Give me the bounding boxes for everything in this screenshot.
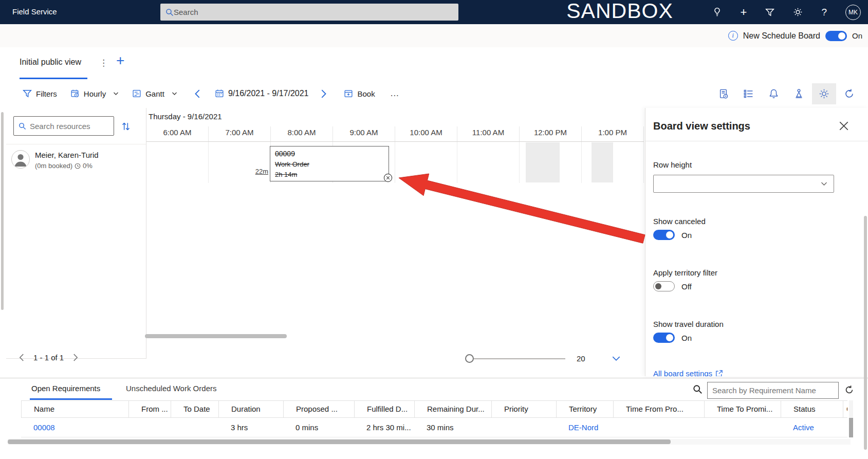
- pagination-next-icon[interactable]: [73, 354, 79, 361]
- top-nav-bar: Field Service SANDBOX + ? MK: [0, 0, 868, 24]
- zoom-slider-knob[interactable]: [465, 354, 474, 363]
- table-horizontal-scrollbar[interactable]: [8, 439, 671, 444]
- column-header-to-date[interactable]: To Date: [171, 401, 219, 417]
- column-header-name[interactable]: Name: [22, 401, 129, 417]
- show-canceled-label: Show canceled: [653, 217, 706, 226]
- view-tabs-row: Initial public view ⋮ +: [0, 47, 868, 79]
- show-canceled-state: On: [681, 231, 692, 240]
- close-icon[interactable]: [839, 121, 848, 131]
- cell-duration: 3 hrs: [218, 418, 283, 437]
- requirement-panel-icon[interactable]: [718, 88, 729, 99]
- requirement-search-input[interactable]: [712, 386, 834, 395]
- hour-label: 9:00 AM: [333, 126, 395, 141]
- pagination-label: 1 - 1 of 1: [33, 353, 64, 362]
- subheader-bar: i New Schedule Board On: [0, 24, 868, 47]
- notifications-bell-icon[interactable]: [768, 88, 779, 99]
- add-tab-button[interactable]: +: [116, 52, 124, 69]
- territory-filter-label: Apply territory filter: [653, 268, 717, 277]
- lightbulb-icon[interactable]: [712, 7, 722, 17]
- book-button[interactable]: Book: [344, 89, 375, 98]
- new-schedule-board-toggle[interactable]: [825, 31, 847, 41]
- table-vertical-scrollbar[interactable]: [849, 418, 853, 437]
- column-header-proposed[interactable]: Proposed ...: [284, 401, 355, 417]
- prev-date-chevron-left-icon[interactable]: [194, 89, 200, 98]
- overflow-menu-button[interactable]: ...: [391, 88, 399, 99]
- schedule-board: Meier, Karen-Turid (0m booked) 0% Thursd…: [0, 108, 645, 378]
- chevron-down-icon: [113, 92, 119, 96]
- time-scale-dropdown[interactable]: Hourly: [70, 89, 119, 98]
- settings-panel-title: Board view settings: [653, 120, 750, 132]
- status-link[interactable]: Active: [793, 423, 814, 432]
- help-icon[interactable]: ?: [821, 7, 827, 17]
- column-header-time-to[interactable]: Time To Promi...: [705, 401, 781, 417]
- date-range-picker[interactable]: 9/16/2021 - 9/17/2021: [215, 89, 309, 98]
- view-type-dropdown[interactable]: Gantt: [132, 89, 177, 98]
- global-search-box[interactable]: [160, 4, 458, 21]
- territory-filter-state: Off: [681, 282, 692, 291]
- travel-duration-state: On: [681, 334, 692, 342]
- settings-gear-icon[interactable]: [793, 7, 803, 17]
- column-header-priority[interactable]: Priority: [492, 401, 557, 417]
- tab-more-icon[interactable]: ⋮: [99, 58, 108, 68]
- resource-search-input[interactable]: [30, 122, 109, 131]
- next-date-chevron-right-icon[interactable]: [321, 89, 327, 98]
- clock-icon: [75, 163, 81, 169]
- column-header-remaining[interactable]: Remaining Dur...: [415, 401, 492, 417]
- column-header-territory[interactable]: Territory: [557, 401, 614, 417]
- all-board-settings-link[interactable]: All board settings: [653, 369, 723, 376]
- territory-filter-toggle[interactable]: [653, 281, 675, 291]
- user-avatar[interactable]: MK: [845, 5, 861, 20]
- map-pin-icon[interactable]: [793, 88, 804, 99]
- zoom-chevron-down-icon[interactable]: [612, 356, 620, 361]
- column-header-duration[interactable]: Duration: [219, 401, 284, 417]
- list-view-icon[interactable]: [743, 88, 754, 99]
- hour-label: 6:00 AM: [146, 126, 209, 141]
- page-scrollbar[interactable]: [864, 216, 867, 450]
- tab-unscheduled-work-orders[interactable]: Unscheduled Work Orders: [126, 384, 216, 393]
- requirement-name-link[interactable]: 00008: [33, 423, 55, 432]
- grid-horizontal-scrollbar[interactable]: [145, 334, 287, 338]
- zoom-value: 20: [577, 354, 585, 363]
- zoom-slider-track[interactable]: [474, 358, 565, 359]
- refresh-board-icon[interactable]: [844, 88, 855, 99]
- resource-search-box[interactable]: [13, 116, 114, 136]
- column-header-clipped[interactable]: C: [843, 401, 847, 417]
- board-vertical-scrollbar[interactable]: [1, 112, 4, 310]
- requirement-search-box[interactable]: [707, 382, 839, 399]
- table-row[interactable]: 00008 3 hrs 0 mins 2 hrs 30 mi... 30 min…: [21, 418, 847, 437]
- territory-link[interactable]: DE-Nord: [568, 423, 598, 432]
- board-settings-gear-button[interactable]: [812, 83, 836, 104]
- filters-button[interactable]: Filters: [23, 89, 57, 98]
- refresh-icon[interactable]: [844, 385, 854, 395]
- column-header-fulfilled[interactable]: Fulfilled D...: [355, 401, 415, 417]
- column-header-status[interactable]: Status: [781, 401, 843, 417]
- tab-initial-public-view[interactable]: Initial public view: [20, 58, 81, 67]
- tab-open-requirements[interactable]: Open Requirements: [31, 384, 100, 393]
- active-tab-underline: [30, 398, 112, 400]
- info-icon[interactable]: i: [728, 31, 738, 41]
- global-search-input[interactable]: [174, 8, 453, 16]
- row-height-select[interactable]: [653, 175, 834, 193]
- show-canceled-toggle[interactable]: [653, 230, 675, 240]
- resource-schedule-row[interactable]: [146, 142, 644, 183]
- resource-panel: Meier, Karen-Turid (0m booked) 0%: [6, 108, 146, 359]
- quick-create-plus-icon[interactable]: +: [741, 7, 747, 18]
- cancel-booking-icon[interactable]: [383, 173, 393, 182]
- chevron-down-icon: [172, 92, 177, 96]
- filter-icon[interactable]: [765, 8, 774, 17]
- booking-card[interactable]: 00009 Work Order 2h 14m: [270, 146, 389, 181]
- sort-icon[interactable]: [121, 121, 131, 132]
- travel-duration-toggle[interactable]: [653, 333, 675, 343]
- column-header-time-from[interactable]: Time From Pro...: [614, 401, 705, 417]
- search-icon: [165, 8, 174, 16]
- hour-label: 8:00 AM: [271, 126, 333, 141]
- board-view-settings-panel: Board view settings Row height Show canc…: [645, 108, 868, 376]
- search-icon: [693, 384, 703, 394]
- booking-name: 00009: [275, 149, 384, 159]
- non-working-hours-block: [526, 142, 560, 182]
- resource-name[interactable]: Meier, Karen-Turid: [35, 151, 99, 159]
- zoom-slider[interactable]: 20: [465, 354, 620, 363]
- pagination-prev-icon[interactable]: [19, 354, 24, 361]
- hour-label: 1:00 PM: [582, 126, 644, 141]
- column-header-from[interactable]: From ...: [129, 401, 171, 417]
